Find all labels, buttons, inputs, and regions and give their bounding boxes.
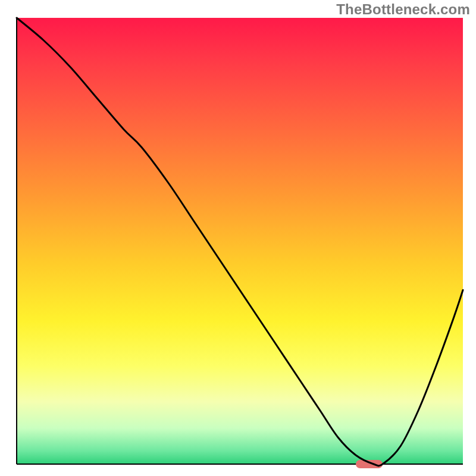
chart-frame: TheBottleneck.com bbox=[0, 0, 476, 476]
sweet-spot-marker bbox=[356, 460, 383, 468]
chart-svg bbox=[0, 0, 476, 476]
plot-background bbox=[17, 18, 463, 464]
